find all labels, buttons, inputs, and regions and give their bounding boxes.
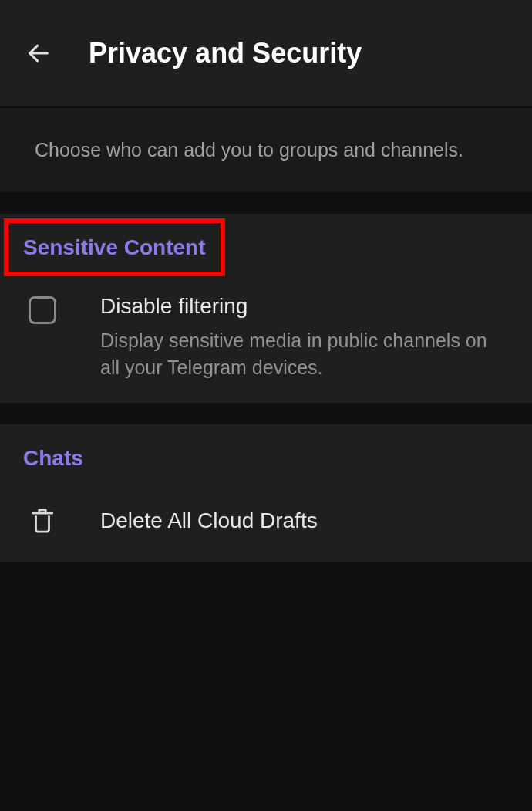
info-row: Choose who can add you to groups and cha… xyxy=(0,108,532,192)
section-sensitive-content: Sensitive Content Disable filtering Disp… xyxy=(0,214,532,403)
checkbox-icon xyxy=(23,291,62,329)
section-chats: Chats Delete All Cloud Drafts xyxy=(0,424,532,562)
section-header-label: Sensitive Content xyxy=(23,235,205,259)
section-header-chats: Chats xyxy=(23,446,509,494)
row-delete-drafts[interactable]: Delete All Cloud Drafts xyxy=(23,494,509,540)
info-text: Choose who can add you to groups and cha… xyxy=(35,137,497,163)
trash-icon xyxy=(23,502,62,540)
back-button[interactable] xyxy=(15,30,62,76)
page-title: Privacy and Security xyxy=(89,37,362,69)
row-disable-filtering[interactable]: Disable filtering Display sensitive medi… xyxy=(23,283,509,381)
arrow-left-icon xyxy=(25,40,52,66)
row-title: Disable filtering xyxy=(100,291,509,321)
section-header-sensitive: Sensitive Content xyxy=(23,235,205,283)
row-subtitle: Display sensitive media in public channe… xyxy=(100,327,509,381)
app-header: Privacy and Security xyxy=(0,0,532,108)
row-title: Delete All Cloud Drafts xyxy=(100,505,318,536)
